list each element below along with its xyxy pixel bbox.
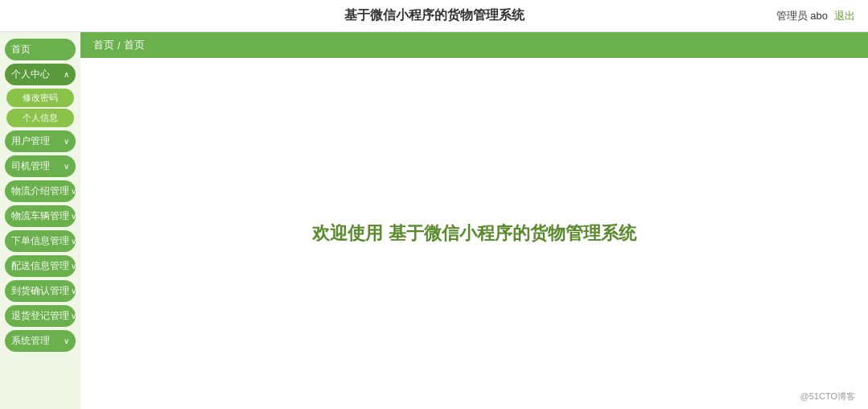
header-right: 管理员 abo 退出 [776,9,855,23]
watermark: @51CTO博客 [800,390,855,403]
sidebar-label-driver-manage: 司机管理 [11,159,50,173]
welcome-message: 欢迎使用 基于微信小程序的货物管理系统 [312,221,636,246]
sidebar-item-receipt-confirm[interactable]: 到货确认管理 ∨ [5,280,76,302]
sidebar-item-change-password[interactable]: 修改密码 [6,89,74,107]
sidebar-label-system-manage: 系统管理 [11,334,50,348]
submenu-personal-center: 修改密码 个人信息 [5,89,76,127]
chevron-down-icon-9: ∨ [64,337,69,345]
main-content: 首页 / 首页 欢迎使用 基于微信小程序的货物管理系统 [80,32,868,409]
chevron-down-icon-2: ∨ [64,162,69,171]
breadcrumb-home[interactable]: 首页 [93,38,114,52]
sidebar-item-driver-manage[interactable]: 司机管理 ∨ [5,155,76,177]
chevron-down-icon-3: ∨ [71,187,76,196]
sidebar-label-delivery-info: 配送信息管理 [11,259,69,273]
sidebar-item-personal-info[interactable]: 个人信息 [6,109,74,127]
sidebar-item-user-manage[interactable]: 用户管理 ∨ [5,130,76,152]
chevron-down-icon-4: ∨ [71,212,76,221]
main-layout: 首页 个人中心 ∧ 修改密码 个人信息 用户管理 ∨ 司机管理 ∨ 物流介绍管理… [0,32,868,409]
content-area: 欢迎使用 基于微信小程序的货物管理系统 [80,58,868,409]
chevron-down-icon-7: ∨ [71,287,76,295]
sidebar-item-home[interactable]: 首页 [5,39,76,60]
app-title: 基于微信小程序的货物管理系统 [344,7,525,24]
sidebar-item-order-info[interactable]: 下单信息管理 ∨ [5,230,76,252]
chevron-down-icon-6: ∨ [71,262,76,271]
sidebar-item-personal-center[interactable]: 个人中心 ∧ [5,64,76,85]
sidebar-item-return-manage[interactable]: 退货登记管理 ∨ [5,305,76,327]
admin-label: 管理员 abo [776,9,828,23]
sidebar-label-home: 首页 [11,43,31,56]
chevron-down-icon: ∨ [64,137,69,146]
sidebar-item-logistics-intro[interactable]: 物流介绍管理 ∨ [5,180,76,202]
sidebar-label-user-manage: 用户管理 [11,134,50,148]
sidebar: 首页 个人中心 ∧ 修改密码 个人信息 用户管理 ∨ 司机管理 ∨ 物流介绍管理… [0,32,80,409]
sidebar-item-delivery-info[interactable]: 配送信息管理 ∨ [5,255,76,277]
sidebar-label-order-info: 下单信息管理 [11,234,69,248]
sidebar-label-logistics-intro: 物流介绍管理 [11,184,69,198]
chevron-up-icon: ∧ [64,70,69,79]
breadcrumb: 首页 / 首页 [80,32,868,58]
sidebar-label-logistics-vehicle: 物流车辆管理 [11,209,69,223]
logout-button[interactable]: 退出 [834,9,855,23]
header: 基于微信小程序的货物管理系统 管理员 abo 退出 [0,0,868,32]
sidebar-item-logistics-vehicle[interactable]: 物流车辆管理 ∨ [5,205,76,227]
breadcrumb-current: 首页 [124,38,145,52]
sidebar-label-personal-center: 个人中心 [11,68,50,81]
chevron-down-icon-8: ∨ [71,312,76,320]
sidebar-label-return-manage: 退货登记管理 [11,309,69,323]
chevron-down-icon-5: ∨ [71,237,76,246]
sidebar-label-receipt-confirm: 到货确认管理 [11,284,69,298]
breadcrumb-separator: / [117,39,121,52]
sidebar-item-system-manage[interactable]: 系统管理 ∨ [5,330,76,352]
